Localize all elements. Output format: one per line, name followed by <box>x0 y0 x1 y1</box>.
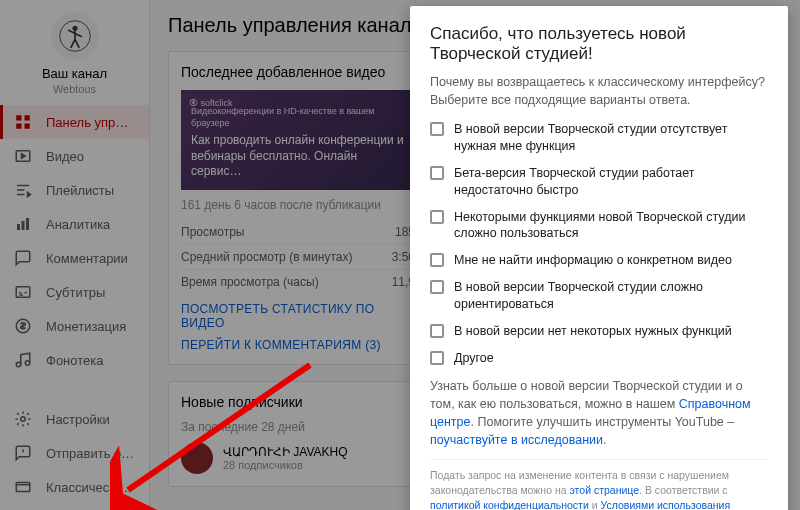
checkbox-option[interactable]: Другое <box>430 350 768 367</box>
dialog-title: Спасибо, что пользуетесь новой Творческо… <box>430 24 768 64</box>
checkbox-icon <box>430 166 444 180</box>
link-legal-page[interactable]: этой странице <box>569 484 639 496</box>
checkbox-option[interactable]: В новой версии Творческой студии сложно … <box>430 279 768 313</box>
dialog-info: Узнать больше о новой версии Творческой … <box>430 377 768 450</box>
checkbox-icon <box>430 122 444 136</box>
checkbox-option[interactable]: В новой версии нет некоторых нужных функ… <box>430 323 768 340</box>
checkbox-option[interactable]: В новой версии Творческой студии отсутст… <box>430 121 768 155</box>
link-terms[interactable]: Условиями использования <box>601 499 731 511</box>
link-privacy[interactable]: политикой конфиденциальности <box>430 499 589 511</box>
dialog-subtitle: Почему вы возвращаетесь к классическому … <box>430 74 768 109</box>
checkbox-option[interactable]: Бета-версия Творческой студии работает н… <box>430 165 768 199</box>
checkbox-icon <box>430 324 444 338</box>
checkbox-icon <box>430 253 444 267</box>
link-research[interactable]: поучаствуйте в исследовании <box>430 433 603 447</box>
checkbox-option[interactable]: Некоторыми функциями новой Творческой ст… <box>430 209 768 243</box>
checkbox-icon <box>430 210 444 224</box>
feedback-dialog: Спасибо, что пользуетесь новой Творческо… <box>410 6 788 510</box>
checkbox-option[interactable]: Мне не найти информацию о конкретном вид… <box>430 252 768 269</box>
dialog-legal: Подать запрос на изменение контента в св… <box>430 459 768 510</box>
checkbox-icon <box>430 280 444 294</box>
checkbox-icon <box>430 351 444 365</box>
